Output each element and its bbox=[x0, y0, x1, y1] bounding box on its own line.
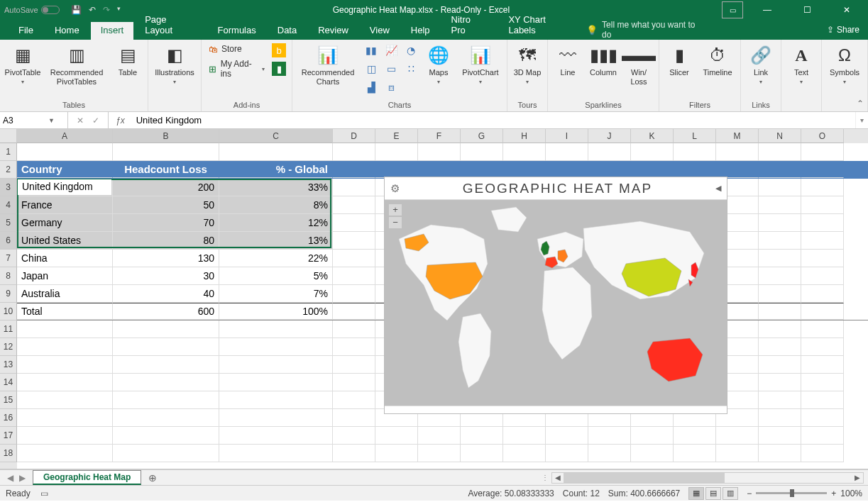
cell[interactable] bbox=[801, 196, 844, 214]
map-zoom-in-button[interactable]: + bbox=[389, 204, 402, 216]
cell[interactable] bbox=[759, 409, 801, 427]
tab-xy-chart-labels[interactable]: XY Chart Labels bbox=[498, 11, 585, 40]
cell[interactable]: 130 bbox=[113, 250, 219, 267]
store-button[interactable]: 🛍 Store bbox=[206, 43, 266, 55]
chart-settings-icon[interactable]: ⚙ bbox=[390, 182, 400, 195]
cell[interactable] bbox=[588, 161, 631, 178]
row-header[interactable]: 12 bbox=[0, 338, 17, 356]
cell[interactable]: 5% bbox=[219, 267, 333, 285]
share-button[interactable]: ⇪ Share bbox=[827, 25, 859, 35]
cell[interactable] bbox=[801, 143, 844, 161]
column-header[interactable]: B bbox=[113, 129, 219, 143]
cell[interactable] bbox=[17, 374, 113, 391]
cell[interactable] bbox=[333, 445, 375, 462]
cell[interactable] bbox=[333, 267, 375, 285]
cell[interactable] bbox=[674, 445, 716, 462]
zoom-level[interactable]: 100% bbox=[840, 489, 862, 498]
macro-record-icon[interactable]: ▭ bbox=[40, 489, 48, 498]
cell[interactable] bbox=[631, 427, 674, 445]
text-button[interactable]: AText▾ bbox=[786, 43, 817, 85]
cell[interactable] bbox=[546, 445, 588, 462]
sheet-tab-active[interactable]: Geographic Heat Map bbox=[33, 470, 141, 485]
chart-map-area[interactable]: + − bbox=[385, 200, 727, 406]
cell[interactable] bbox=[759, 143, 801, 161]
cell[interactable] bbox=[759, 391, 801, 409]
column-header[interactable]: N bbox=[759, 129, 801, 143]
tell-me-search[interactable]: 💡 Tell me what you want to do bbox=[586, 20, 705, 40]
cell[interactable] bbox=[503, 445, 546, 462]
row-header[interactable]: 2 bbox=[0, 161, 17, 179]
cell[interactable] bbox=[801, 285, 844, 303]
cell[interactable] bbox=[716, 143, 759, 161]
recommended-pivot-button[interactable]: ▥ Recommended PivotTables bbox=[45, 43, 108, 86]
cell[interactable]: Australia bbox=[17, 285, 113, 303]
cell[interactable] bbox=[759, 320, 801, 338]
zoom-out-button[interactable]: − bbox=[747, 489, 752, 498]
cell[interactable] bbox=[17, 391, 113, 409]
cell[interactable] bbox=[801, 232, 844, 250]
cell[interactable] bbox=[801, 179, 844, 196]
redo-icon[interactable]: ↷ bbox=[103, 5, 110, 15]
enter-formula-icon[interactable]: ✓ bbox=[92, 116, 99, 126]
cell[interactable] bbox=[333, 232, 375, 250]
cell[interactable]: 13% bbox=[219, 232, 333, 250]
cell[interactable] bbox=[461, 427, 503, 445]
cell[interactable] bbox=[113, 409, 219, 427]
cell[interactable] bbox=[461, 143, 503, 161]
cell[interactable]: United Kingdom bbox=[17, 179, 113, 196]
tab-insert[interactable]: Insert bbox=[91, 22, 134, 40]
cell[interactable] bbox=[333, 356, 375, 374]
cell[interactable] bbox=[801, 391, 844, 409]
cell[interactable]: 600 bbox=[113, 303, 219, 320]
cell[interactable] bbox=[674, 143, 716, 161]
column-header[interactable]: O bbox=[801, 129, 844, 143]
3d-map-button[interactable]: 🗺 3D Map▾ bbox=[512, 43, 543, 85]
cell[interactable] bbox=[219, 143, 333, 161]
cell[interactable] bbox=[418, 427, 461, 445]
fx-icon[interactable]: ƒx bbox=[109, 112, 132, 128]
column-header[interactable]: K bbox=[631, 129, 674, 143]
cell[interactable] bbox=[759, 232, 801, 250]
cell[interactable] bbox=[801, 409, 844, 427]
cell[interactable] bbox=[716, 427, 759, 445]
cell[interactable] bbox=[759, 161, 801, 178]
cell[interactable]: 100% bbox=[219, 303, 333, 320]
autosave-toggle[interactable]: AutoSave bbox=[4, 6, 60, 14]
cell[interactable] bbox=[333, 391, 375, 409]
cell[interactable]: 50 bbox=[113, 196, 219, 214]
tab-data[interactable]: Data bbox=[268, 22, 307, 40]
row-header[interactable]: 7 bbox=[0, 250, 17, 267]
cell[interactable] bbox=[333, 409, 375, 427]
cell[interactable]: 33% bbox=[219, 179, 333, 196]
sparkline-column-button[interactable]: ▮▮▮Column bbox=[588, 43, 619, 77]
cell[interactable] bbox=[219, 320, 333, 338]
tab-home[interactable]: Home bbox=[45, 22, 89, 40]
cell[interactable] bbox=[17, 445, 113, 462]
sparkline-winloss-button[interactable]: ▬▬Win/ Loss bbox=[623, 43, 654, 86]
cell[interactable] bbox=[759, 179, 801, 196]
cell[interactable]: 200 bbox=[113, 179, 219, 196]
cell[interactable]: Headcount Loss bbox=[113, 161, 219, 178]
cell[interactable] bbox=[333, 214, 375, 232]
cell[interactable] bbox=[546, 427, 588, 445]
ribbon-display-options-icon[interactable]: ▭ bbox=[722, 1, 743, 18]
recommended-charts-button[interactable]: 📊 Recommended Charts bbox=[297, 43, 359, 86]
pie-chart-icon[interactable]: ◔ bbox=[403, 43, 419, 58]
cell[interactable] bbox=[716, 445, 759, 462]
column-header[interactable]: H bbox=[503, 129, 546, 143]
row-header[interactable]: 11 bbox=[0, 320, 17, 338]
cell[interactable] bbox=[113, 320, 219, 338]
cell[interactable] bbox=[17, 338, 113, 356]
combo-chart-icon[interactable]: ⧈ bbox=[383, 79, 399, 95]
cell[interactable]: 7% bbox=[219, 285, 333, 303]
illustrations-button[interactable]: ◧ Illustrations▾ bbox=[153, 43, 197, 85]
symbols-button[interactable]: ΩSymbols▾ bbox=[826, 43, 863, 85]
hierarchy-chart-icon[interactable]: ◫ bbox=[363, 61, 379, 77]
column-header[interactable]: I bbox=[546, 129, 588, 143]
cell[interactable] bbox=[17, 356, 113, 374]
cell[interactable] bbox=[801, 250, 844, 267]
cell[interactable]: France bbox=[17, 196, 113, 214]
statistic-chart-icon[interactable]: ▭ bbox=[383, 61, 399, 77]
maximize-button[interactable]: ☐ bbox=[791, 0, 823, 20]
cell[interactable] bbox=[503, 161, 546, 178]
